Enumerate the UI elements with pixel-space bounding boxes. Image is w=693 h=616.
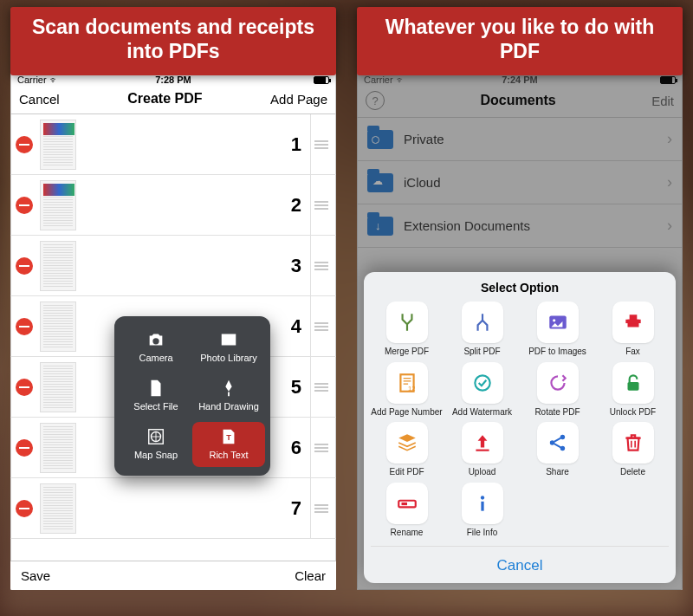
- page-number: 5: [291, 376, 310, 399]
- svg-rect-16: [401, 503, 407, 505]
- nav-bar: Cancel Create PDF Add Page: [10, 86, 336, 114]
- option-rename[interactable]: Rename: [371, 483, 443, 538]
- option-upload[interactable]: Upload: [446, 422, 518, 477]
- option-merge-pdf[interactable]: Merge PDF: [371, 302, 443, 357]
- drag-handle-icon[interactable]: [310, 114, 331, 174]
- drag-handle-icon[interactable]: [310, 418, 331, 477]
- rich-text-icon: T: [217, 427, 240, 446]
- drag-handle-icon[interactable]: [310, 357, 331, 417]
- banner-right: Whatever you like to do with PDF: [357, 7, 683, 75]
- delete-icon[interactable]: [16, 439, 33, 457]
- option-share[interactable]: Share: [521, 422, 593, 477]
- unlock-icon: [622, 372, 644, 394]
- option-fax[interactable]: Fax: [597, 302, 669, 357]
- action-sheet: Select Option Merge PDF Split PDF PDF to…: [364, 272, 676, 583]
- cancel-button[interactable]: Cancel: [19, 92, 60, 107]
- delete-icon[interactable]: [16, 257, 33, 275]
- option-edit-pdf[interactable]: Edit PDF: [371, 422, 443, 477]
- popover-camera[interactable]: Camera: [120, 325, 192, 370]
- drag-handle-icon[interactable]: [310, 236, 331, 295]
- svg-text:T: T: [226, 433, 231, 442]
- svg-point-0: [224, 336, 227, 339]
- delete-icon[interactable]: [16, 318, 33, 335]
- page-row[interactable]: 1: [10, 114, 336, 175]
- popover-hand-drawing[interactable]: Hand Drawing: [192, 373, 265, 418]
- svg-rect-18: [481, 502, 483, 511]
- page-row[interactable]: 2: [10, 175, 336, 236]
- globe-icon: [145, 427, 167, 446]
- page-row[interactable]: 7: [10, 478, 336, 539]
- page-thumb: [40, 362, 76, 412]
- page-row[interactable]: 3: [10, 236, 336, 296]
- option-pdf-to-images[interactable]: PDF to Images: [521, 302, 593, 357]
- option-rotate-pdf[interactable]: Rotate PDF: [521, 362, 593, 418]
- banner-left: Scan documents and receipts into PDFs: [10, 7, 336, 75]
- photo-library-icon: [217, 330, 240, 349]
- svg-text:12: 12: [408, 384, 415, 392]
- battery-icon: [314, 76, 329, 84]
- trash-icon: [622, 431, 644, 454]
- page-thumb: [40, 120, 76, 170]
- status-time: 7:28 PM: [10, 75, 336, 85]
- drag-handle-icon[interactable]: [310, 478, 331, 538]
- page-number: 7: [291, 497, 310, 520]
- svg-point-9: [475, 375, 489, 390]
- sheet-cancel-button[interactable]: Cancel: [371, 546, 669, 583]
- rotate-icon: [547, 372, 569, 394]
- popover-select-file[interactable]: Select File: [120, 373, 192, 418]
- option-file-info[interactable]: File Info: [446, 483, 518, 538]
- phone-right: Carrier ᯤ 7:24 PM ? Documents Edit Priva…: [357, 72, 683, 590]
- svg-point-17: [480, 496, 483, 499]
- image-icon: [547, 311, 569, 334]
- popover-photo-library[interactable]: Photo Library: [192, 325, 265, 370]
- option-split-pdf[interactable]: Split PDF: [446, 302, 518, 357]
- info-icon: [471, 492, 494, 515]
- add-page-button[interactable]: Add Page: [270, 92, 327, 107]
- page-number: 3: [291, 255, 310, 277]
- bottom-toolbar: Save Clear: [10, 561, 336, 590]
- rename-icon: [396, 492, 418, 515]
- page-thumb: [40, 302, 76, 352]
- page-number: 2: [291, 194, 310, 217]
- delete-icon[interactable]: [16, 197, 33, 214]
- page-number: 1: [291, 133, 310, 156]
- phone-left: Carrier ᯤ 7:28 PM Cancel Create PDF Add …: [10, 72, 336, 590]
- svg-rect-11: [476, 450, 489, 451]
- page-number-icon: 12: [396, 372, 418, 394]
- edit-layers-icon: [396, 431, 418, 454]
- svg-rect-10: [627, 382, 638, 391]
- popover-rich-text[interactable]: TRich Text: [192, 422, 265, 467]
- option-add-watermark[interactable]: Add Watermark: [446, 362, 518, 418]
- camera-icon: [145, 330, 167, 349]
- drag-handle-icon[interactable]: [310, 296, 331, 356]
- fax-icon: [622, 311, 644, 334]
- clear-button[interactable]: Clear: [295, 568, 326, 583]
- upload-icon: [471, 431, 494, 454]
- delete-icon[interactable]: [16, 500, 33, 517]
- share-icon: [547, 431, 569, 454]
- add-source-popover: Camera Photo Library Select File Hand Dr…: [114, 316, 270, 476]
- delete-icon[interactable]: [16, 136, 33, 153]
- page-thumb: [40, 241, 76, 291]
- page-thumb: [40, 180, 76, 230]
- page-number: 4: [291, 315, 310, 338]
- option-delete[interactable]: Delete: [597, 422, 669, 477]
- merge-icon: [396, 311, 418, 334]
- option-add-page-number[interactable]: 12Add Page Number: [371, 362, 443, 418]
- svg-point-5: [553, 319, 555, 321]
- save-button[interactable]: Save: [21, 568, 50, 583]
- page-number: 6: [291, 437, 310, 459]
- file-icon: [145, 379, 167, 398]
- watermark-icon: [471, 372, 494, 394]
- page-thumb: [40, 483, 76, 534]
- pen-icon: [217, 379, 240, 398]
- delete-icon[interactable]: [16, 379, 33, 396]
- svg-rect-6: [625, 320, 640, 323]
- sheet-title: Select Option: [371, 281, 669, 295]
- split-icon: [471, 311, 494, 334]
- popover-map-snap[interactable]: Map Snap: [120, 422, 192, 467]
- drag-handle-icon[interactable]: [310, 175, 331, 235]
- option-unlock-pdf[interactable]: Unlock PDF: [597, 362, 669, 418]
- nav-title: Create PDF: [127, 91, 202, 107]
- page-thumb: [40, 423, 76, 473]
